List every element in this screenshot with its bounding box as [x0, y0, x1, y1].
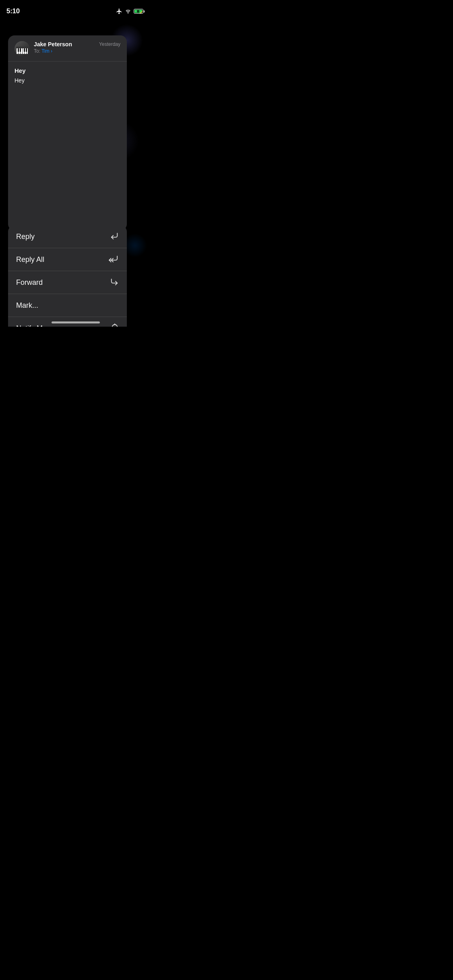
svg-rect-7 [18, 48, 19, 52]
context-menu: Reply Reply All Forward Mark... [8, 225, 127, 327]
svg-rect-8 [20, 48, 21, 52]
email-header-info: Jake Peterson Yesterday To: Tim › [34, 41, 120, 54]
mark-button[interactable]: Mark... [8, 294, 127, 317]
forward-icon [110, 278, 119, 288]
email-to-name: Tim › [41, 48, 52, 54]
email-sender: Jake Peterson [34, 41, 72, 47]
reply-button[interactable]: Reply [8, 225, 127, 248]
svg-rect-10 [26, 48, 27, 52]
avatar [14, 41, 30, 56]
email-body: Hey Hey [8, 62, 127, 231]
airplane-icon [116, 8, 122, 14]
email-to: To: Tim › [34, 48, 120, 54]
status-bar: 5:10 ⚡ [0, 0, 151, 18]
piano-avatar-image [16, 47, 28, 55]
email-subject: Hey [14, 67, 120, 74]
reply-all-label: Reply All [16, 255, 44, 264]
forward-label: Forward [16, 278, 43, 287]
svg-rect-9 [24, 48, 25, 52]
reply-all-icon [108, 255, 119, 265]
email-to-label: To: [34, 48, 40, 54]
email-card: Jake Peterson Yesterday To: Tim › Hey He… [8, 35, 127, 231]
notify-me-icon [111, 323, 119, 327]
wifi-icon [125, 9, 131, 14]
email-header: Jake Peterson Yesterday To: Tim › [8, 35, 127, 62]
reply-label: Reply [16, 233, 35, 241]
reply-all-button[interactable]: Reply All [8, 248, 127, 271]
mark-label: Mark... [16, 301, 38, 310]
email-sender-row: Jake Peterson Yesterday [34, 41, 120, 47]
email-body-text: Hey [14, 77, 120, 84]
email-date: Yesterday [99, 41, 120, 47]
battery-icon: ⚡ [134, 9, 145, 14]
status-time: 5:10 [6, 7, 20, 15]
status-icons: ⚡ [116, 8, 145, 14]
forward-button[interactable]: Forward [8, 271, 127, 294]
reply-icon [110, 232, 119, 242]
home-indicator [52, 321, 100, 323]
notify-me-label: Notify Me [16, 324, 47, 327]
